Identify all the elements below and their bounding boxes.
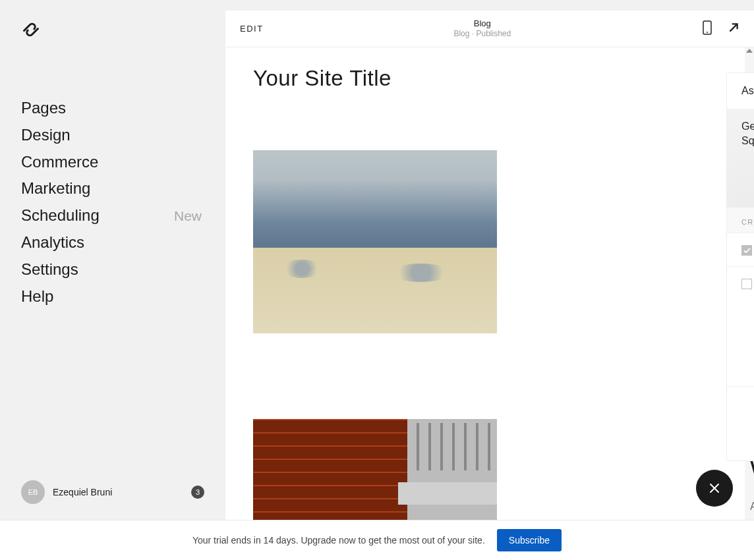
sidebar-nav: Pages Design Commerce Marketing Scheduli… bbox=[0, 99, 225, 306]
checkbox-unchecked-icon bbox=[741, 279, 752, 289]
assistant-section-label: CREATE YOUR SITE bbox=[727, 208, 754, 233]
user-avatar[interactable]: EB bbox=[21, 480, 45, 504]
app-root: Pages Design Commerce Marketing Scheduli… bbox=[0, 0, 754, 520]
assistant-header: Assistant ••• bbox=[727, 73, 754, 109]
blog-post-excerpt: Angles and architecture. Lorem bbox=[750, 499, 754, 515]
sidebar-item-analytics[interactable]: Analytics bbox=[21, 233, 225, 252]
trial-banner: Your trial ends in 14 days. Upgrade now … bbox=[0, 520, 754, 560]
open-external-icon[interactable] bbox=[728, 20, 740, 38]
edit-button[interactable]: EDIT bbox=[240, 24, 264, 34]
sidebar: Pages Design Commerce Marketing Scheduli… bbox=[0, 0, 225, 520]
sidebar-item-scheduling[interactable]: Scheduling New bbox=[21, 206, 225, 225]
site-title: Your Site Title bbox=[253, 66, 754, 91]
assistant-hero: Get Started With Squarespace bbox=[727, 109, 754, 208]
new-badge: New bbox=[174, 208, 202, 224]
assistant-title: Assistant bbox=[741, 85, 754, 97]
page-title: Blog bbox=[453, 18, 511, 29]
preview-topbar: EDIT Blog Blog · Published bbox=[225, 11, 754, 47]
squarespace-logo-icon bbox=[21, 20, 225, 42]
task-include-site-title[interactable]: Include Site Title or Logo Your site tit… bbox=[727, 266, 754, 387]
sidebar-item-marketing[interactable]: Marketing bbox=[21, 179, 225, 198]
task-start-trial[interactable]: Start Your Trial bbox=[727, 233, 754, 266]
blog-image-1[interactable] bbox=[253, 150, 497, 333]
sidebar-item-pages[interactable]: Pages bbox=[21, 99, 225, 118]
close-icon bbox=[709, 482, 720, 494]
page-subtitle: Blog · Published bbox=[453, 29, 511, 39]
svg-point-1 bbox=[707, 32, 708, 33]
checkbox-checked-icon bbox=[741, 245, 752, 256]
assistant-panel: Assistant ••• Get Started With Squarespa… bbox=[726, 72, 754, 461]
blog-post-preview: Walkabout Angles and architecture. Lorem bbox=[750, 456, 754, 515]
page-title-block: Blog Blog · Published bbox=[453, 18, 511, 39]
assistant-hero-title: Get Started With Squarespace bbox=[741, 119, 754, 148]
preview-body: Your Site Title Walkabout Angles and arc… bbox=[225, 47, 754, 520]
notification-count-badge[interactable]: 3 bbox=[191, 486, 204, 499]
blog-image-2[interactable] bbox=[253, 419, 497, 520]
sidebar-item-help[interactable]: Help bbox=[21, 287, 225, 306]
close-assistant-button[interactable] bbox=[696, 470, 733, 507]
scroll-up-icon[interactable] bbox=[746, 49, 753, 53]
sidebar-item-commerce[interactable]: Commerce bbox=[21, 153, 225, 172]
sidebar-item-design[interactable]: Design bbox=[21, 126, 225, 145]
preview-pane: EDIT Blog Blog · Published Your Site Tit… bbox=[225, 11, 754, 520]
mobile-preview-icon[interactable] bbox=[701, 20, 713, 38]
subscribe-button[interactable]: Subscribe bbox=[497, 529, 562, 551]
trial-banner-text: Your trial ends in 14 days. Upgrade now … bbox=[192, 535, 485, 546]
user-name: Ezequiel Bruni bbox=[53, 487, 183, 497]
sidebar-item-settings[interactable]: Settings bbox=[21, 260, 225, 279]
sidebar-footer: EB Ezequiel Bruni 3 bbox=[21, 480, 204, 504]
